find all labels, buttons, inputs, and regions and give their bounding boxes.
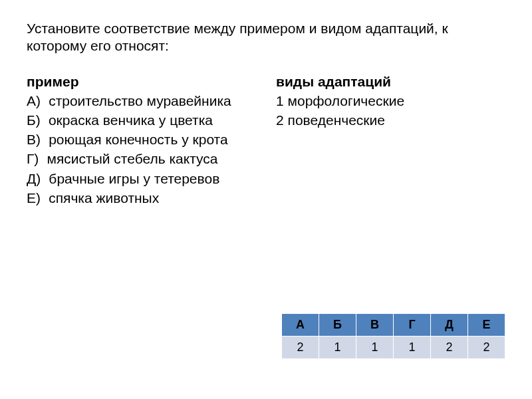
- answer-value-cell: 1: [319, 336, 356, 359]
- list-item: Г) мясистый стебель кактуса: [27, 150, 256, 168]
- answer-value-cell: 1: [394, 336, 431, 359]
- answer-value-cell: 1: [356, 336, 394, 359]
- right-column: виды адаптаций 1 морфологические 2 повед…: [276, 74, 505, 209]
- answer-header-cell: Д: [431, 314, 468, 336]
- item-text: окраска венчика у цветка: [45, 112, 213, 128]
- list-item: Е) спячка животных: [27, 190, 256, 207]
- answer-header-cell: В: [356, 314, 394, 336]
- types-list: 1 морфологические 2 поведенческие: [276, 92, 505, 130]
- instruction-text: Установите соответствие между примером и…: [27, 20, 505, 55]
- answer-table: А Б В Г Д Е 2 1 1 1 2 2: [281, 313, 505, 359]
- list-item: Б) окраска венчика у цветка: [27, 112, 256, 129]
- item-label: Б): [27, 112, 41, 128]
- answer-value-cell: 2: [431, 336, 468, 359]
- answer-header-cell: Е: [468, 314, 505, 336]
- table-row: 2 1 1 1 2 2: [282, 336, 505, 359]
- right-header: виды адаптаций: [276, 74, 505, 90]
- left-column: пример А) строительство муравейника Б) о…: [27, 74, 256, 209]
- item-label: В): [27, 132, 41, 147]
- item-text: роющая конечность у крота: [45, 132, 228, 147]
- list-item: Д) брачные игры у тетеревов: [27, 170, 256, 188]
- list-item: 1 морфологические: [276, 92, 505, 110]
- item-text: строительство муравейника: [45, 93, 231, 108]
- item-label: Д): [27, 171, 41, 186]
- item-text: брачные игры у тетеревов: [45, 171, 219, 186]
- example-list: А) строительство муравейника Б) окраска …: [27, 92, 256, 207]
- list-item: В) роющая конечность у крота: [27, 131, 256, 148]
- table-row: А Б В Г Д Е: [282, 314, 505, 336]
- answer-header-cell: Б: [319, 314, 356, 336]
- item-label: Г): [27, 151, 39, 166]
- answer-value-cell: 2: [282, 336, 319, 359]
- left-header: пример: [27, 74, 256, 90]
- list-item: 2 поведенческие: [276, 112, 505, 129]
- item-text: мясистый стебель кактуса: [43, 151, 217, 166]
- item-text: спячка животных: [45, 190, 159, 205]
- item-label: Е): [27, 190, 41, 205]
- item-label: А): [27, 93, 41, 108]
- answer-value-cell: 2: [468, 336, 505, 359]
- answer-header-cell: Г: [394, 314, 431, 336]
- content-columns: пример А) строительство муравейника Б) о…: [27, 74, 505, 209]
- answer-header-cell: А: [282, 314, 319, 336]
- list-item: А) строительство муравейника: [27, 92, 256, 110]
